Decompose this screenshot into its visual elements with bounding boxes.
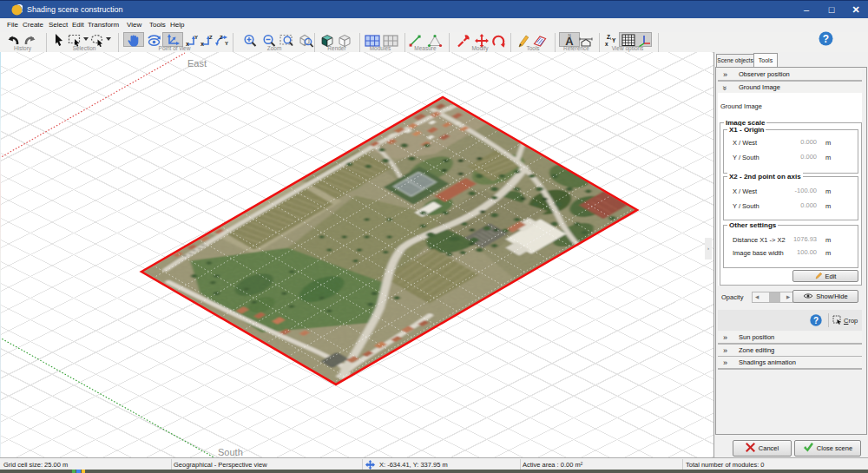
svg-text:Y: Y: [225, 41, 228, 46]
svg-text:Z: Z: [607, 34, 610, 40]
svg-text:Z: Z: [209, 35, 213, 40]
svg-text:?: ?: [823, 33, 829, 45]
svg-text:East: East: [187, 58, 207, 69]
svg-text:Z: Z: [220, 35, 223, 40]
svg-text:Y: Y: [194, 35, 198, 40]
svg-text:South: South: [218, 447, 243, 457]
svg-text:Y: Y: [612, 37, 616, 43]
svg-text:?: ?: [813, 316, 819, 325]
svg-text:N: N: [568, 34, 570, 38]
